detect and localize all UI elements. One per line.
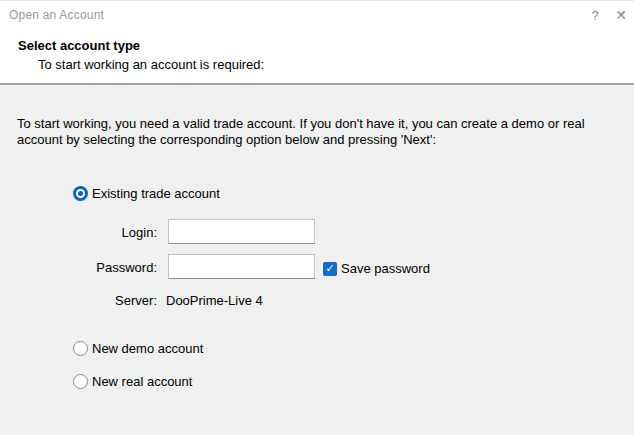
- close-icon: ✕: [615, 7, 627, 23]
- window-title: Open an Account: [9, 8, 104, 22]
- radio-new-demo-account[interactable]: New demo account: [73, 340, 203, 356]
- help-icon: ?: [591, 8, 598, 23]
- save-password-label: Save password: [341, 261, 430, 276]
- radio-unselected-icon[interactable]: [73, 341, 88, 356]
- save-password-checkbox[interactable]: ✓ Save password: [323, 261, 430, 276]
- password-label: Password:: [40, 260, 157, 275]
- radio-real-label: New real account: [92, 374, 192, 389]
- open-account-dialog: Open an Account ? ✕ Select account type …: [0, 0, 634, 435]
- radio-existing-trade-account[interactable]: Existing trade account: [73, 185, 220, 201]
- page-subtitle: To start working an account is required:: [38, 57, 264, 72]
- login-label: Login:: [40, 225, 157, 240]
- password-input[interactable]: [168, 254, 315, 279]
- page-title: Select account type: [18, 38, 140, 53]
- radio-existing-label: Existing trade account: [92, 186, 220, 201]
- server-label: Server:: [40, 293, 157, 308]
- radio-demo-label: New demo account: [92, 341, 203, 356]
- radio-unselected-icon[interactable]: [73, 374, 88, 389]
- check-icon: ✓: [325, 263, 334, 274]
- server-value: DooPrime-Live 4: [166, 293, 263, 308]
- radio-new-real-account[interactable]: New real account: [73, 373, 192, 389]
- login-input[interactable]: [168, 219, 315, 244]
- radio-selected-icon[interactable]: [73, 186, 88, 201]
- dialog-body: To start working, you need a valid trade…: [0, 85, 634, 435]
- description-text: To start working, you need a valid trade…: [17, 116, 599, 148]
- wizard-header: Select account type To start working an …: [0, 28, 634, 83]
- checkbox-checked-icon[interactable]: ✓: [323, 262, 337, 276]
- title-bar: Open an Account ? ✕: [0, 0, 634, 28]
- close-button[interactable]: ✕: [606, 1, 634, 29]
